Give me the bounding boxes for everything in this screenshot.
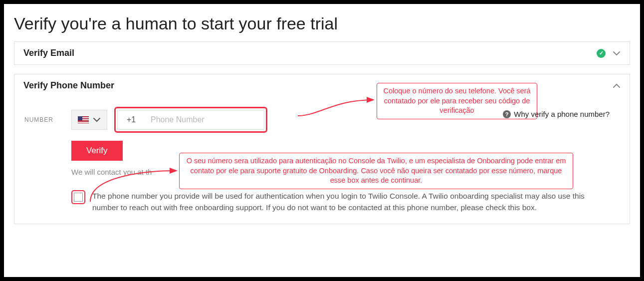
consent-checkbox-highlight <box>71 190 85 204</box>
why-verify-text: Why verify a phone number? <box>514 110 610 118</box>
number-label: NUMBER <box>24 116 64 123</box>
verify-email-header-right: ✓ <box>597 49 621 58</box>
country-flag-select[interactable] <box>71 110 107 130</box>
verify-button[interactable]: Verify <box>71 141 123 161</box>
verify-phone-header[interactable]: Verify Phone Number <box>14 74 630 97</box>
chevron-down-icon[interactable] <box>613 49 621 57</box>
verify-email-header[interactable]: Verify Email ✓ <box>14 42 630 64</box>
us-flag-icon <box>78 116 89 123</box>
help-icon: ? <box>503 110 511 118</box>
phone-input-group: +1 <box>114 107 267 133</box>
country-code: +1 <box>117 110 145 130</box>
consent-checkbox[interactable] <box>74 193 83 202</box>
phone-number-input[interactable] <box>145 110 264 130</box>
check-circle-icon: ✓ <box>597 49 606 58</box>
verify-email-panel: Verify Email ✓ <box>14 41 630 65</box>
panels-container: Verify Email ✓ Verify Phone Number <box>4 41 640 224</box>
verify-phone-header-right <box>613 82 621 90</box>
flag-chevron-down-icon <box>93 116 101 124</box>
consent-text: The phone number you provide will be use… <box>92 190 605 214</box>
page-title: Verify you're a human to start your free… <box>4 4 640 41</box>
page-root: Verify you're a human to start your free… <box>4 4 640 277</box>
verify-phone-body: Coloque o número do seu telefone. Você s… <box>14 97 630 224</box>
why-verify-link[interactable]: ? Why verify a phone number? <box>503 110 610 118</box>
annotation-consent-hint: O seu número sera utilizado para autenti… <box>179 153 573 189</box>
chevron-up-icon[interactable] <box>613 82 621 90</box>
verify-phone-panel: Verify Phone Number Coloque o número do … <box>14 74 630 224</box>
consent-row: The phone number you provide will be use… <box>71 190 620 214</box>
verify-phone-title: Verify Phone Number <box>23 80 114 91</box>
verify-email-title: Verify Email <box>23 48 74 58</box>
